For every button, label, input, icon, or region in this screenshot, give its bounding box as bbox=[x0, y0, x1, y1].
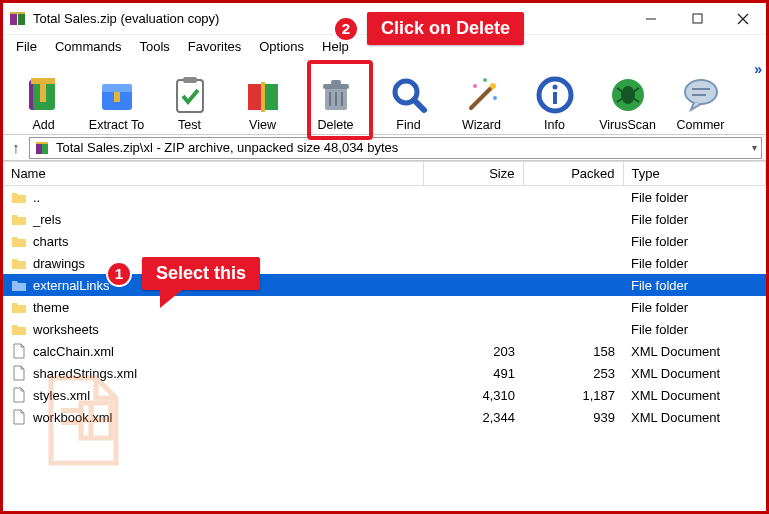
folder-icon bbox=[11, 233, 27, 249]
file-type: File folder bbox=[623, 186, 766, 209]
svg-rect-2 bbox=[10, 12, 25, 14]
file-packed: 1,187 bbox=[523, 384, 623, 406]
table-row[interactable]: chartsFile folder bbox=[3, 230, 766, 252]
file-name: worksheets bbox=[33, 322, 99, 337]
up-button[interactable]: ↑ bbox=[7, 139, 25, 156]
svg-point-34 bbox=[621, 86, 635, 104]
delete-label: Delete bbox=[317, 116, 353, 132]
file-icon bbox=[11, 409, 27, 425]
folder-icon bbox=[11, 299, 27, 315]
chevron-down-icon[interactable]: ▾ bbox=[752, 142, 757, 153]
menu-file[interactable]: File bbox=[7, 37, 46, 56]
file-type: File folder bbox=[623, 230, 766, 252]
svg-rect-19 bbox=[331, 80, 341, 85]
view-button[interactable]: View bbox=[226, 60, 299, 132]
toolbar: Add Extract To Test View Delete Find bbox=[3, 57, 766, 135]
maximize-button[interactable] bbox=[674, 3, 720, 34]
file-type: XML Document bbox=[623, 362, 766, 384]
virusscan-label: VirusScan bbox=[599, 116, 656, 132]
folder-icon bbox=[11, 189, 27, 205]
file-name: theme bbox=[33, 300, 69, 315]
table-row[interactable]: styles.xml4,3101,187XML Document bbox=[3, 384, 766, 406]
col-type[interactable]: Type bbox=[623, 162, 766, 186]
file-name: drawings bbox=[33, 256, 85, 271]
test-label: Test bbox=[178, 116, 201, 132]
svg-rect-15 bbox=[183, 77, 197, 83]
file-packed bbox=[523, 252, 623, 274]
menu-favorites[interactable]: Favorites bbox=[179, 37, 250, 56]
svg-point-26 bbox=[490, 83, 496, 89]
col-packed[interactable]: Packed bbox=[523, 162, 623, 186]
info-button[interactable]: Info bbox=[518, 60, 591, 132]
extract-to-label: Extract To bbox=[89, 116, 144, 132]
table-row[interactable]: workbook.xml2,344939XML Document bbox=[3, 406, 766, 428]
file-size: 491 bbox=[423, 362, 523, 384]
step1-badge: 1 bbox=[106, 261, 132, 287]
col-size[interactable]: Size bbox=[423, 162, 523, 186]
toolbar-overflow-icon[interactable]: » bbox=[754, 61, 762, 77]
file-type: File folder bbox=[623, 208, 766, 230]
file-icon bbox=[11, 387, 27, 403]
archive-icon bbox=[23, 74, 65, 116]
clipboard-check-icon bbox=[169, 74, 211, 116]
svg-rect-12 bbox=[102, 84, 132, 92]
test-button[interactable]: Test bbox=[153, 60, 226, 132]
col-name[interactable]: Name bbox=[3, 162, 423, 186]
file-packed bbox=[523, 230, 623, 252]
svg-rect-1 bbox=[18, 13, 25, 25]
minimize-button[interactable] bbox=[628, 3, 674, 34]
svg-rect-16 bbox=[261, 82, 265, 112]
file-packed bbox=[523, 208, 623, 230]
file-size: 4,310 bbox=[423, 384, 523, 406]
address-bar: ↑ Total Sales.zip\xl - ZIP archive, unpa… bbox=[3, 135, 766, 161]
svg-rect-32 bbox=[553, 92, 557, 104]
table-row[interactable]: _relsFile folder bbox=[3, 208, 766, 230]
table-row[interactable]: calcChain.xml203158XML Document bbox=[3, 340, 766, 362]
menu-tools[interactable]: Tools bbox=[130, 37, 178, 56]
table-row[interactable]: worksheetsFile folder bbox=[3, 318, 766, 340]
archive-small-icon bbox=[34, 140, 50, 156]
file-packed bbox=[523, 186, 623, 209]
file-packed bbox=[523, 296, 623, 318]
close-button[interactable] bbox=[720, 3, 766, 34]
table-row[interactable]: sharedStrings.xml491253XML Document bbox=[3, 362, 766, 384]
menu-options[interactable]: Options bbox=[250, 37, 313, 56]
file-packed: 158 bbox=[523, 340, 623, 362]
app-icon bbox=[9, 10, 27, 28]
file-type: File folder bbox=[623, 252, 766, 274]
folder-icon bbox=[11, 321, 27, 337]
svg-rect-44 bbox=[36, 142, 48, 144]
file-list[interactable]: Name Size Packed Type ..File folder_rels… bbox=[3, 161, 766, 511]
bug-icon bbox=[607, 74, 649, 116]
table-row[interactable]: ..File folder bbox=[3, 186, 766, 209]
file-name: .. bbox=[33, 190, 40, 205]
callout-step1: 1 Select this bbox=[106, 257, 260, 290]
table-row[interactable]: themeFile folder bbox=[3, 296, 766, 318]
file-packed bbox=[523, 318, 623, 340]
file-packed bbox=[523, 274, 623, 296]
file-packed: 253 bbox=[523, 362, 623, 384]
virusscan-button[interactable]: VirusScan bbox=[591, 60, 664, 132]
info-icon bbox=[534, 74, 576, 116]
address-box[interactable]: Total Sales.zip\xl - ZIP archive, unpack… bbox=[29, 137, 762, 159]
comment-button[interactable]: Commer bbox=[664, 60, 737, 132]
menu-commands[interactable]: Commands bbox=[46, 37, 130, 56]
wizard-button[interactable]: Wizard bbox=[445, 60, 518, 132]
file-size bbox=[423, 296, 523, 318]
box-icon bbox=[96, 74, 138, 116]
file-name: workbook.xml bbox=[33, 410, 112, 425]
file-type: File folder bbox=[623, 318, 766, 340]
step2-badge: 2 bbox=[333, 16, 359, 42]
find-button[interactable]: Find bbox=[372, 60, 445, 132]
svg-rect-10 bbox=[40, 84, 46, 102]
add-button[interactable]: Add bbox=[7, 60, 80, 132]
delete-button[interactable]: Delete bbox=[299, 60, 372, 132]
file-size bbox=[423, 208, 523, 230]
extract-to-button[interactable]: Extract To bbox=[80, 60, 153, 132]
file-size bbox=[423, 274, 523, 296]
info-label: Info bbox=[544, 116, 565, 132]
folder-icon bbox=[11, 277, 27, 293]
svg-rect-9 bbox=[31, 78, 55, 84]
add-label: Add bbox=[32, 116, 54, 132]
callout-step2: 2 Click on Delete bbox=[333, 12, 524, 45]
